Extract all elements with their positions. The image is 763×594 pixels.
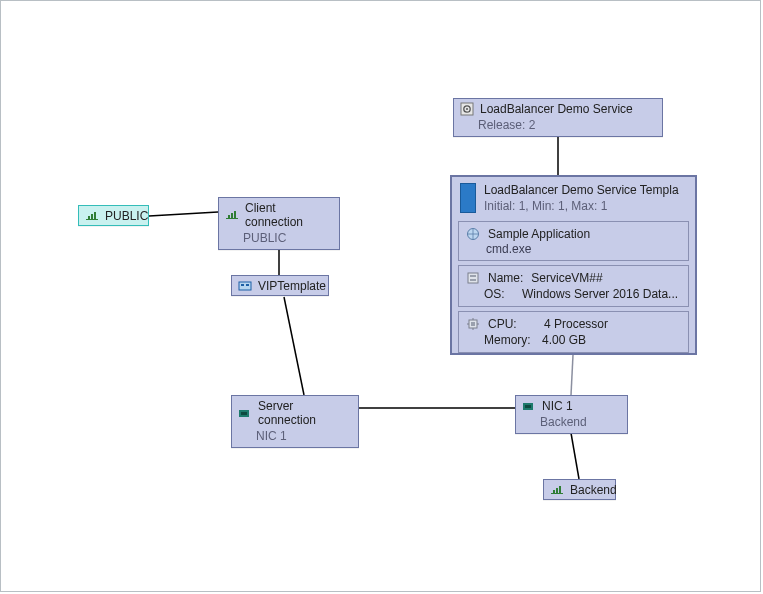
vip-icon xyxy=(238,279,252,293)
node-service[interactable]: LoadBalancer Demo Service Release: 2 xyxy=(453,98,663,137)
node-label: Backend xyxy=(570,483,617,497)
node-label: VIPTemplate xyxy=(258,279,326,293)
network-icon xyxy=(85,209,99,223)
svg-line-5 xyxy=(571,433,579,479)
canvas[interactable]: PUBLIC Client connection PUBLIC VIPTempl… xyxy=(0,0,761,592)
svg-rect-21 xyxy=(525,405,531,408)
svg-rect-15 xyxy=(239,282,251,290)
node-sublabel: PUBLIC xyxy=(219,231,339,249)
svg-rect-17 xyxy=(246,284,249,286)
service-icon xyxy=(460,102,474,116)
svg-rect-25 xyxy=(559,486,561,493)
svg-line-4 xyxy=(571,355,573,395)
svg-rect-7 xyxy=(86,219,98,220)
vm-os: Windows Server 2016 Data... xyxy=(522,287,681,301)
svg-rect-13 xyxy=(231,213,233,218)
app-name: Sample Application xyxy=(488,227,590,241)
node-sublabel: Release: 2 xyxy=(454,118,662,136)
node-server-connection[interactable]: Server connection NIC 1 xyxy=(231,395,359,448)
memory-label: Memory: xyxy=(484,333,534,347)
globe-icon xyxy=(466,227,480,241)
section-application[interactable]: Sample Application cmd.exe xyxy=(458,221,689,261)
svg-rect-34 xyxy=(471,322,475,326)
node-label: PUBLIC xyxy=(105,209,148,223)
vm-os-label: OS: xyxy=(484,287,514,301)
svg-rect-8 xyxy=(88,216,90,219)
node-client-connection[interactable]: Client connection PUBLIC xyxy=(218,197,340,250)
nic-icon xyxy=(238,406,252,420)
network-icon xyxy=(225,208,239,222)
cpu-label: CPU: xyxy=(488,317,536,331)
node-sublabel: NIC 1 xyxy=(232,429,358,447)
template-title: LoadBalancer Demo Service Templa xyxy=(484,183,687,197)
svg-rect-32 xyxy=(470,279,476,281)
svg-rect-30 xyxy=(468,273,478,283)
svg-point-28 xyxy=(466,108,468,110)
section-hardware[interactable]: CPU: 4 Processor Memory: 4.00 GB xyxy=(458,311,689,353)
vm-name-label: Name: xyxy=(488,271,523,285)
svg-rect-19 xyxy=(241,412,247,415)
svg-rect-10 xyxy=(94,212,96,219)
template-icon xyxy=(460,183,476,213)
node-label: LoadBalancer Demo Service xyxy=(480,102,633,116)
svg-line-0 xyxy=(149,212,218,216)
node-vip-template[interactable]: VIPTemplate xyxy=(231,275,329,296)
nic-icon xyxy=(522,399,536,413)
cpu-icon xyxy=(466,317,480,331)
network-icon xyxy=(550,483,564,497)
svg-line-2 xyxy=(284,297,304,395)
svg-rect-22 xyxy=(551,493,563,494)
svg-rect-12 xyxy=(228,215,230,218)
svg-rect-9 xyxy=(91,214,93,219)
svg-rect-14 xyxy=(234,211,236,218)
node-sublabel: Backend xyxy=(516,415,627,433)
svg-rect-23 xyxy=(553,490,555,493)
node-public[interactable]: PUBLIC xyxy=(78,205,149,226)
app-cmd: cmd.exe xyxy=(462,242,685,256)
node-label: Client connection xyxy=(245,201,333,229)
vm-name: ServiceVM## xyxy=(531,271,602,285)
node-nic1[interactable]: NIC 1 Backend xyxy=(515,395,628,434)
server-icon xyxy=(466,271,480,285)
node-backend[interactable]: Backend xyxy=(543,479,616,500)
section-vm[interactable]: Name: ServiceVM## OS: Windows Server 201… xyxy=(458,265,689,307)
template-card[interactable]: LoadBalancer Demo Service Templa Initial… xyxy=(450,175,697,355)
svg-rect-24 xyxy=(556,488,558,493)
cpu-value: 4 Processor xyxy=(544,317,608,331)
memory-value: 4.00 GB xyxy=(542,333,586,347)
template-subtitle: Initial: 1, Min: 1, Max: 1 xyxy=(484,199,687,213)
svg-rect-31 xyxy=(470,275,476,277)
node-label: NIC 1 xyxy=(542,399,573,413)
svg-rect-11 xyxy=(226,218,238,219)
node-label: Server connection xyxy=(258,399,352,427)
svg-rect-16 xyxy=(241,284,244,286)
